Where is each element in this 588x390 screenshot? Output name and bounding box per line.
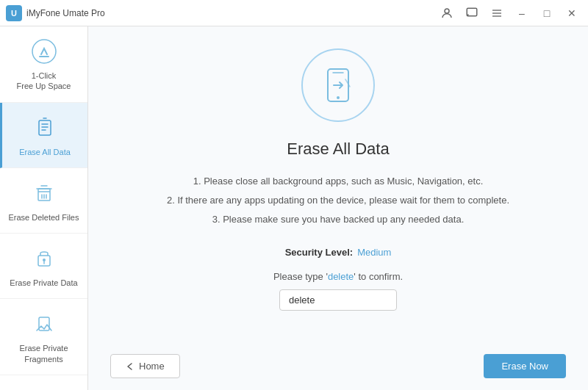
confirm-keyword: delete [328, 271, 354, 282]
sidebar-item-label: Erase Private Data [10, 278, 77, 288]
main-content: Erase All Data 1. Please close all backg… [88, 26, 588, 390]
home-arrow-icon [126, 362, 135, 371]
erase-private-data-icon [29, 244, 59, 273]
sidebar-item-erase-private-data[interactable]: Erase Private Data [0, 234, 87, 299]
close-button[interactable]: ✕ [562, 3, 582, 24]
app-title: iMyFone Umate Pro [26, 8, 437, 18]
svg-rect-7 [39, 120, 51, 135]
confirm-input[interactable] [279, 289, 397, 311]
maximize-button[interactable]: □ [537, 3, 557, 24]
sidebar: 1-ClickFree Up Space Erase All Data [0, 26, 88, 390]
confirm-row: Please type 'delete' to confirm. [273, 271, 403, 311]
erase-all-data-icon [30, 113, 60, 142]
phone-icon [318, 65, 359, 106]
erase-deleted-files-icon [29, 178, 59, 208]
instructions: 1. Please close all background apps, suc… [167, 172, 509, 229]
security-level-row: Security Level: Medium [285, 247, 392, 258]
sidebar-item-label-active: Erase All Data [19, 147, 71, 157]
svg-point-0 [445, 9, 449, 13]
home-button[interactable]: Home [110, 354, 180, 378]
app-logo: U [6, 5, 22, 21]
free-up-space-icon [29, 37, 59, 66]
chat-icon[interactable] [462, 3, 482, 24]
svg-point-5 [32, 40, 56, 63]
minimize-button[interactable]: – [512, 3, 532, 24]
instruction-1: 1. Please close all background apps, suc… [167, 172, 509, 191]
user-icon[interactable] [437, 3, 457, 24]
sidebar-item-label: 1-ClickFree Up Space [17, 71, 71, 92]
bottom-bar: Home Erase Now [88, 354, 588, 378]
sidebar-item-free-up-space[interactable]: 1-ClickFree Up Space [0, 26, 87, 103]
instruction-2: 2. If there are any apps updating on the… [167, 191, 509, 210]
phone-icon-container [301, 48, 375, 122]
erase-private-fragments-icon [29, 309, 59, 339]
confirm-text: Please type 'delete' to confirm. [273, 271, 403, 282]
window-controls: – □ ✕ [437, 3, 582, 24]
security-level-link[interactable]: Medium [357, 247, 391, 258]
section-title: Erase All Data [287, 140, 389, 159]
security-level-label: Security Level: [285, 247, 354, 258]
sidebar-item-erase-private-fragments[interactable]: Erase Private Fragments [0, 299, 87, 375]
home-button-label: Home [139, 361, 165, 372]
svg-point-24 [337, 96, 340, 99]
sidebar-item-erase-deleted-files[interactable]: Erase Deleted Files [0, 168, 87, 234]
erase-now-button[interactable]: Erase Now [484, 354, 566, 378]
menu-icon[interactable] [487, 3, 507, 24]
instruction-3: 3. Please make sure you have backed up a… [167, 210, 509, 229]
app-body: 1-ClickFree Up Space Erase All Data [0, 26, 588, 390]
sidebar-item-label: Erase Private Fragments [6, 343, 82, 364]
sidebar-item-erase-all-data[interactable]: Erase All Data [0, 103, 87, 168]
title-bar: U iMyFone Umate Pro – □ [0, 0, 588, 26]
sidebar-item-label: Erase Deleted Files [9, 212, 79, 223]
